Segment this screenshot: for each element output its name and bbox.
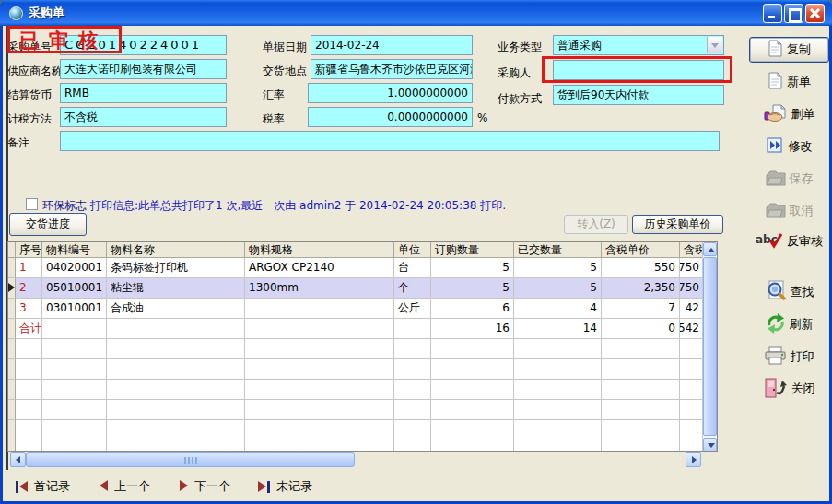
payment-field[interactable]: 货到后90天内付款: [553, 85, 724, 105]
cell-amount[interactable]: [680, 339, 704, 359]
cell-spec[interactable]: ARGOX CP2140: [245, 258, 394, 278]
row-selector-cell[interactable]: [8, 420, 16, 440]
hand-delete-button[interactable]: 删单: [749, 101, 829, 127]
doc-date-field[interactable]: 2014-02-24: [311, 35, 473, 55]
row-selector-cell[interactable]: [8, 319, 16, 339]
currency-field[interactable]: RMB: [60, 83, 227, 103]
cell-amount[interactable]: 11,750: [680, 278, 704, 299]
cell-unit[interactable]: 个: [394, 278, 431, 299]
cell-no[interactable]: 合计: [16, 319, 42, 339]
cell-name[interactable]: 条码标签打印机: [107, 258, 245, 278]
cell-no[interactable]: 2: [16, 278, 42, 299]
cell-price[interactable]: 7: [602, 299, 680, 319]
cell-spec[interactable]: [245, 359, 394, 380]
cell-code[interactable]: [42, 359, 107, 380]
cell-name[interactable]: [107, 359, 245, 380]
cell-price[interactable]: [602, 339, 680, 359]
remark-field[interactable]: [60, 131, 720, 151]
cell-delivered[interactable]: [514, 440, 602, 452]
cell-unit[interactable]: [394, 359, 431, 380]
nav-next-record[interactable]: 下一个: [180, 478, 230, 495]
table-row[interactable]: 104020001条码标签打印机ARGOX CP2140台555502,750: [8, 258, 704, 278]
row-selector-cell[interactable]: [8, 380, 16, 400]
nav-previous-record[interactable]: 上一个: [100, 478, 150, 495]
cell-spec[interactable]: [245, 319, 394, 339]
biz-type-combo[interactable]: 普通采购: [553, 35, 724, 55]
cell-code[interactable]: 03010001: [42, 299, 107, 319]
column-header[interactable]: 订购数量: [431, 242, 514, 258]
transfer-button[interactable]: 转入(Z): [564, 215, 628, 234]
cell-price[interactable]: [602, 380, 680, 400]
cell-qty[interactable]: [431, 440, 514, 452]
tax-rate-field[interactable]: 0.0000000000: [308, 107, 473, 127]
cell-qty[interactable]: 6: [431, 299, 514, 319]
cell-delivered[interactable]: [514, 420, 602, 440]
cell-unit[interactable]: [394, 400, 431, 420]
cell-name[interactable]: [107, 400, 245, 420]
cell-unit[interactable]: [394, 319, 431, 339]
cell-unit[interactable]: [394, 339, 431, 359]
cell-spec[interactable]: 1300mm: [245, 278, 394, 299]
refresh-arrows-button[interactable]: 刷新: [749, 311, 829, 337]
cell-amount[interactable]: [680, 380, 704, 400]
row-selector-cell[interactable]: [8, 400, 16, 420]
cell-qty[interactable]: 5: [431, 278, 514, 299]
column-header[interactable]: 物料规格: [245, 242, 394, 258]
cell-no[interactable]: [16, 400, 42, 420]
document-new-button[interactable]: 新单: [749, 69, 829, 95]
cell-no[interactable]: [16, 380, 42, 400]
cell-price[interactable]: [602, 359, 680, 380]
table-row[interactable]: 303010001合成油公斤64742: [8, 299, 704, 319]
minimize-button[interactable]: [763, 4, 782, 23]
cell-price[interactable]: [602, 400, 680, 420]
row-selector-cell[interactable]: [8, 299, 16, 319]
cell-code[interactable]: [42, 380, 107, 400]
cell-qty[interactable]: 16: [431, 319, 514, 339]
cell-no[interactable]: [16, 339, 42, 359]
cell-name[interactable]: [107, 380, 245, 400]
cell-amount[interactable]: 2,750: [680, 258, 704, 278]
cell-no[interactable]: [16, 359, 42, 380]
printer-button[interactable]: 打印: [749, 344, 829, 369]
cell-code[interactable]: [42, 400, 107, 420]
table-total-row[interactable]: 合计1614014,542: [8, 319, 704, 339]
cell-unit[interactable]: [394, 420, 431, 440]
column-header[interactable]: 序号: [16, 242, 42, 258]
delivery-place-field[interactable]: 新疆省乌鲁木齐市沙依巴克区河滩: [311, 59, 473, 79]
magnifier-button[interactable]: 查找: [749, 279, 829, 305]
delivery-progress-button[interactable]: 交货进度: [9, 213, 87, 236]
maximize-button[interactable]: [784, 4, 803, 23]
cell-delivered[interactable]: [514, 339, 602, 359]
cell-code[interactable]: [42, 319, 107, 339]
column-header[interactable]: 物料名称: [107, 242, 245, 258]
document-copy-button[interactable]: 复制: [749, 37, 829, 63]
cell-name[interactable]: 粘尘辊: [107, 278, 245, 299]
cell-name[interactable]: [107, 319, 245, 339]
cell-unit[interactable]: 台: [394, 258, 431, 278]
cell-unit[interactable]: 公斤: [394, 299, 431, 319]
cell-spec[interactable]: [245, 420, 394, 440]
nav-first-record[interactable]: 首记录: [16, 478, 70, 495]
cell-qty[interactable]: [431, 339, 514, 359]
history-price-button[interactable]: 历史采购单价: [632, 215, 723, 234]
cell-code[interactable]: 04020001: [42, 258, 107, 278]
door-close-button[interactable]: 关闭: [749, 376, 829, 402]
row-selector-cell[interactable]: [8, 278, 16, 299]
cancel-folder-button[interactable]: 取消: [749, 198, 829, 224]
close-button[interactable]: [805, 4, 825, 23]
cell-price[interactable]: 0: [602, 319, 680, 339]
cell-name[interactable]: 合成油: [107, 299, 245, 319]
cell-code[interactable]: [42, 440, 107, 452]
save-folder-button[interactable]: 保存: [749, 166, 829, 192]
table-vertical-scrollbar[interactable]: [702, 242, 717, 451]
cell-delivered[interactable]: [514, 400, 602, 420]
row-selector-cell[interactable]: [8, 258, 16, 278]
tax-method-field[interactable]: 不含税: [60, 107, 227, 127]
cell-price[interactable]: [602, 440, 680, 452]
cell-spec[interactable]: [245, 400, 394, 420]
cell-price[interactable]: [602, 420, 680, 440]
cell-amount[interactable]: 14,542: [680, 319, 704, 339]
table-row[interactable]: 205010001粘尘辊1300mm个552,35011,750: [8, 278, 704, 299]
column-header[interactable]: 已交数量: [514, 242, 602, 258]
scroll-down-icon[interactable]: [703, 438, 717, 451]
